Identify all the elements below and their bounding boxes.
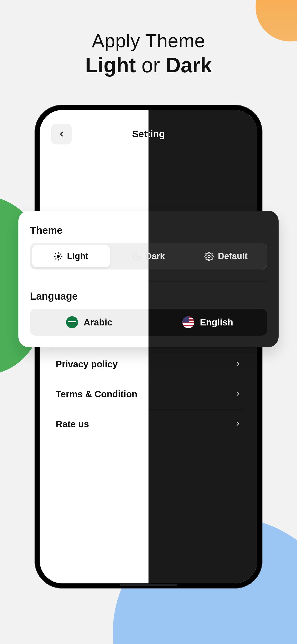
headline-line1: Apply Theme — [0, 30, 297, 52]
theme-option-dark[interactable]: Dark — [110, 245, 188, 267]
language-arabic-label: Arabic — [84, 317, 112, 328]
headline-or-word: or — [136, 54, 166, 77]
svg-line-3 — [56, 254, 56, 254]
marketing-headline: Apply Theme Light or Dark — [0, 30, 297, 77]
theme-dark-label: Dark — [146, 251, 165, 261]
page-title-dark: Setting — [40, 128, 258, 140]
list-label: Terms & Condition — [56, 389, 138, 400]
phone-frame: Setting Setting Contact Us Privacy polic… — [34, 105, 262, 588]
language-section-title: Language — [30, 290, 267, 302]
svg-line-7 — [56, 258, 56, 259]
svg-point-0 — [57, 255, 60, 258]
headline-dark-word: Dark — [166, 54, 212, 77]
gear-icon — [204, 252, 214, 261]
divider — [30, 281, 267, 281]
theme-language-card: Theme Light Dark Default — [18, 211, 278, 347]
theme-option-light[interactable]: Light — [32, 245, 110, 267]
svg-point-9 — [208, 255, 210, 258]
page-title: Setting — [40, 128, 258, 140]
theme-default-label: Default — [218, 251, 248, 261]
svg-line-4 — [60, 258, 61, 259]
language-option-english[interactable]: English — [148, 309, 267, 336]
theme-light-label: Light — [67, 251, 88, 261]
list-label: Rate us — [56, 419, 89, 429]
flag-saudi-icon — [66, 316, 78, 328]
chevron-left-icon — [58, 130, 66, 138]
chevron-right-icon — [234, 389, 241, 400]
sun-icon — [54, 252, 63, 261]
theme-option-default[interactable]: Default — [187, 245, 265, 267]
language-segmented-control: Arabic English — [30, 309, 267, 336]
back-button[interactable] — [51, 124, 72, 144]
list-label: Privacy policy — [56, 359, 118, 370]
headline-line2: Light or Dark — [0, 54, 297, 77]
language-option-arabic[interactable]: Arabic — [30, 309, 148, 336]
language-english-label: English — [200, 317, 233, 328]
svg-line-8 — [60, 254, 61, 254]
theme-segmented-control: Light Dark Default — [30, 243, 267, 270]
chevron-right-icon — [234, 359, 241, 370]
headline-light-word: Light — [85, 54, 136, 77]
moon-icon — [132, 252, 141, 261]
flag-usa-icon — [182, 316, 194, 328]
app-bar: Setting Setting — [40, 110, 258, 151]
theme-section-title: Theme — [30, 224, 267, 236]
chevron-right-icon — [234, 419, 241, 429]
